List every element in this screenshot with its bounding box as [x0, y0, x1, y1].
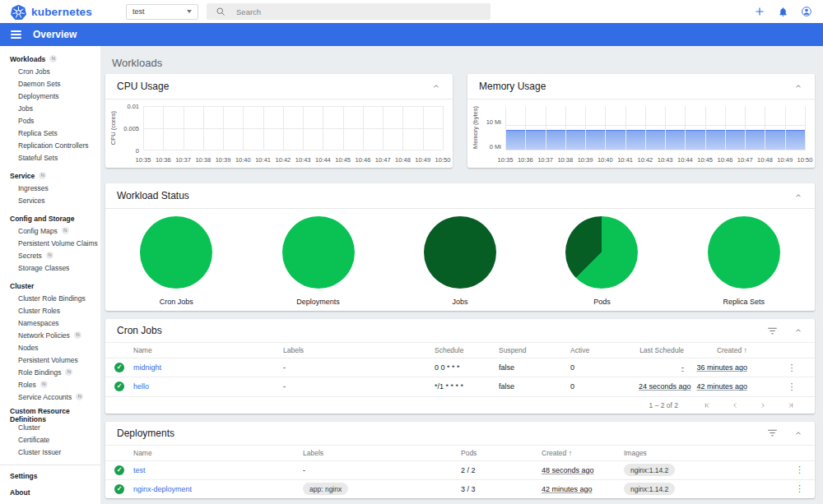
search-icon	[216, 7, 226, 16]
y-tick: 0 Mi	[490, 143, 501, 150]
sidebar-item-roles[interactable]: RolesN	[0, 378, 100, 391]
column-header-schedule[interactable]: Schedule	[435, 343, 499, 358]
sort-arrow-up-icon	[569, 449, 573, 457]
sidebar-item-ingresses[interactable]: Ingresses	[0, 182, 100, 194]
chevron-right-icon[interactable]	[759, 401, 767, 409]
deployments-table: Name Labels Pods Created Images test - 2…	[105, 445, 815, 499]
vertical-dots-icon[interactable]: ⋮	[784, 479, 815, 498]
filter-list-icon[interactable]	[765, 324, 780, 338]
chevron-up-icon[interactable]	[792, 324, 805, 337]
sidebar-item-nodes[interactable]: Nodes	[0, 341, 100, 354]
chevron-up-icon[interactable]	[792, 80, 805, 93]
sidebar-item-daemon-sets[interactable]: Daemon Sets	[0, 77, 100, 90]
filter-list-icon[interactable]	[765, 426, 780, 440]
y-axis-title: Memory (bytes)	[472, 106, 479, 149]
column-header-pods[interactable]: Pods	[461, 445, 542, 460]
cron-job-row-hello[interactable]: hello - */1 * * * * false 0 24 seconds a…	[105, 377, 815, 396]
last-page-icon[interactable]	[787, 401, 795, 409]
labels-cell: -	[283, 377, 435, 396]
image-chip: nginx:1.14.2	[624, 483, 675, 495]
column-header-active[interactable]: Active	[570, 343, 639, 358]
sidebar-item-jobs[interactable]: Jobs	[0, 102, 100, 114]
column-header-images[interactable]: Images	[624, 445, 784, 460]
sidebar-item-settings[interactable]: Settings	[0, 469, 100, 482]
deployments-card: Deployments Name Labels Pods	[105, 422, 815, 499]
namespaced-badge: N	[65, 368, 72, 376]
chevron-up-icon[interactable]	[792, 427, 805, 440]
brand-name: kubernetes	[31, 6, 92, 18]
deployment-row-nginx-deployment[interactable]: nginx-deployment app: nginx 3 / 3 42 min…	[105, 479, 815, 498]
sidebar-item-role-bindings[interactable]: Role BindingsN	[0, 366, 100, 378]
sidebar-item-replica-sets[interactable]: Replica Sets	[0, 127, 100, 139]
y-tick: 10 Mi	[486, 118, 501, 126]
column-header-label: Created	[542, 449, 566, 457]
chevron-up-icon[interactable]	[792, 189, 805, 202]
sidebar-item-namespaces[interactable]: Namespaces	[0, 317, 100, 329]
resource-link[interactable]: test	[133, 466, 146, 474]
item-label: Service Accounts	[18, 393, 72, 401]
sidebar-item-persistent-volume-claims[interactable]: Persistent Volume ClaimsN	[0, 237, 100, 249]
resource-link[interactable]: hello	[133, 382, 149, 391]
section-label: Workloads	[10, 55, 45, 63]
section-label: Service	[10, 172, 35, 180]
search-input[interactable]	[236, 7, 481, 16]
account-circle-icon[interactable]	[801, 6, 812, 17]
cron-job-row-midnight[interactable]: midnight - 0 0 * * * false 0 - 36 minute…	[105, 358, 815, 377]
y-axis-title: CPU (cores)	[109, 111, 117, 145]
column-header-suspend[interactable]: Suspend	[499, 343, 570, 358]
sidebar-item-cluster-roles[interactable]: Cluster Roles	[0, 304, 100, 317]
vertical-dots-icon[interactable]: ⋮	[784, 460, 815, 479]
sidebar-item-network-policies[interactable]: Network PoliciesN	[0, 329, 100, 341]
item-label: Replica Sets	[18, 129, 58, 137]
column-header-labels[interactable]: Labels	[303, 445, 461, 460]
sidebar-item-deployments[interactable]: Deployments	[0, 90, 100, 102]
created-cell: 36 minutes ago	[696, 363, 747, 372]
vertical-dots-icon[interactable]: ⋮	[769, 358, 815, 377]
hamburger-menu-icon[interactable]	[11, 30, 21, 39]
deployment-row-test[interactable]: test - 2 / 2 48 seconds ago nginx:1.14.2…	[105, 460, 815, 479]
sidebar-item-services[interactable]: Services	[0, 194, 100, 206]
y-tick: 0.005	[123, 125, 139, 132]
first-page-icon[interactable]	[703, 401, 711, 409]
cpu-usage-card: CPU Usage CPU (cores) 0.01 0.005 0 10:35…	[105, 74, 453, 168]
x-axis-ticks: 10:3510:3610:3710:3810:3910:4010:4110:42…	[505, 156, 805, 164]
notifications-bell-icon[interactable]	[778, 7, 788, 17]
sidebar-item-crd-certificate[interactable]: Certificate	[0, 433, 100, 446]
section-label: Cluster	[10, 282, 34, 290]
column-header-labels[interactable]: Labels	[283, 343, 435, 358]
sidebar-item-service-accounts[interactable]: Service AccountsN	[0, 391, 100, 403]
column-header-name[interactable]: Name	[133, 343, 283, 358]
sidebar-item-config-maps[interactable]: Config MapsN	[0, 224, 100, 237]
create-plus-icon[interactable]	[754, 6, 765, 17]
chevron-left-icon[interactable]	[731, 401, 739, 409]
item-label: Certificate	[18, 436, 49, 444]
chevron-up-icon[interactable]	[430, 80, 443, 93]
namespaced-badge: N	[76, 393, 83, 400]
created-cell: 48 seconds ago	[542, 466, 594, 474]
column-header-created[interactable]: Created	[696, 343, 769, 358]
column-header-name[interactable]: Name	[133, 445, 303, 460]
vertical-dots-icon[interactable]: ⋮	[769, 377, 815, 396]
sidebar-item-pods[interactable]: Pods	[0, 114, 100, 127]
suspend-cell: false	[499, 377, 570, 396]
namespaced-badge: N	[74, 331, 81, 339]
search-bar[interactable]	[207, 3, 491, 20]
item-label: Namespaces	[18, 319, 59, 327]
brand[interactable]: kubernetes	[0, 4, 92, 20]
page-title: Workloads	[100, 46, 823, 71]
resource-link[interactable]: midnight	[133, 363, 161, 372]
sidebar-item-crd-cluster-issuer[interactable]: Cluster Issuer	[0, 446, 100, 458]
sidebar-item-storage-classes[interactable]: Storage Classes	[0, 261, 100, 274]
namespace-selector[interactable]: test	[126, 4, 198, 20]
chevron-down-icon	[187, 10, 192, 13]
sidebar-item-replication-controllers[interactable]: Replication Controllers	[0, 139, 100, 151]
sidebar-item-secrets[interactable]: SecretsN	[0, 249, 100, 261]
sidebar-item-cron-jobs[interactable]: Cron Jobs	[0, 65, 100, 77]
column-header-last-schedule[interactable]: Last Schedule	[639, 343, 696, 358]
column-header-created[interactable]: Created	[542, 445, 624, 460]
sidebar-item-persistent-volumes[interactable]: Persistent Volumes	[0, 354, 100, 366]
sidebar-item-about[interactable]: About	[0, 486, 100, 498]
sidebar-item-stateful-sets[interactable]: Stateful Sets	[0, 151, 100, 164]
resource-link[interactable]: nginx-deployment	[133, 485, 192, 493]
sidebar-item-cluster-role-bindings[interactable]: Cluster Role Bindings	[0, 292, 100, 304]
